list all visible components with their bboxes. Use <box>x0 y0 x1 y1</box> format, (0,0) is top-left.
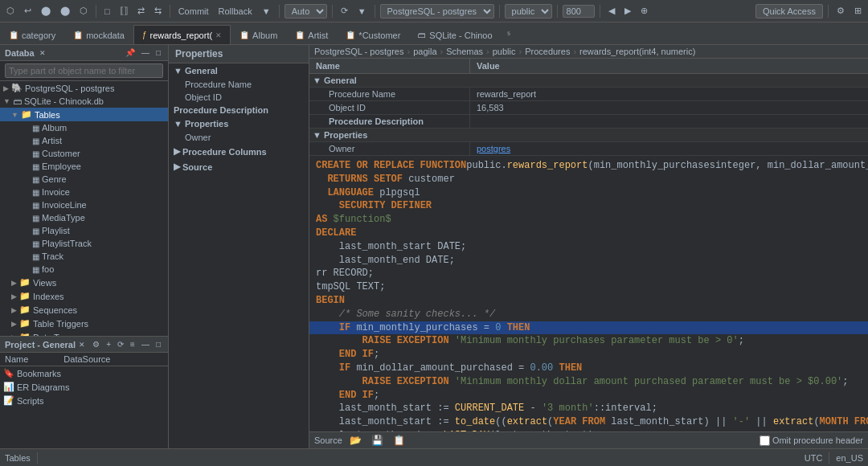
prop-row-procedure-name[interactable]: Procedure Name <box>169 78 309 91</box>
project-panel-btn-max[interactable]: □ <box>154 339 163 350</box>
tree-item-foo[interactable]: ▦ foo <box>0 263 168 276</box>
toolbar-btn-14[interactable]: ▶ <box>621 4 634 18</box>
project-item-bookmarks[interactable]: 🔖 Bookmarks <box>0 366 168 380</box>
tab-customer[interactable]: 📋 *Customer <box>337 25 409 44</box>
source-btn-copy[interactable]: 📋 <box>391 434 407 447</box>
db-filter-input[interactable] <box>5 63 163 78</box>
tree-item-table-triggers[interactable]: ▶ 📁 Table Triggers <box>0 317 168 330</box>
source-btn-save[interactable]: 💾 <box>369 434 386 447</box>
properties-section-label: Properties <box>185 119 228 129</box>
breadcrumb-schemas: Schemas <box>446 47 483 56</box>
props-row-proc-desc[interactable]: Procedure Description <box>309 115 868 129</box>
tree-item-tables[interactable]: ▼ 📁 Tables <box>0 108 168 121</box>
tab-album[interactable]: 📋 Album <box>231 25 286 44</box>
project-panel-btn-add[interactable]: + <box>104 339 113 350</box>
toolbar-btn-5[interactable]: ⬡ <box>76 4 91 18</box>
toolbar-btn-13[interactable]: ◀ <box>605 4 618 18</box>
toolbar-btn-2[interactable]: ↩ <box>21 4 35 18</box>
tree-item-customer[interactable]: ▦ Customer <box>0 147 168 160</box>
scripts-label: Scripts <box>17 396 44 406</box>
db-panel-btn-max[interactable]: □ <box>154 47 163 58</box>
prop-section-proc-columns[interactable]: ▶ Procedure Columns <box>169 144 309 159</box>
prop-row-procedure-desc[interactable]: Procedure Description <box>169 104 309 117</box>
project-panel-btn-min[interactable]: — <box>139 339 152 350</box>
props-row-owner[interactable]: Owner postgres <box>309 142 868 156</box>
owner-link[interactable]: postgres <box>477 144 510 153</box>
source-btn-open[interactable]: 📂 <box>347 434 364 447</box>
props-val-owner: postgres <box>470 142 868 155</box>
props-properties-section[interactable]: ▼ Properties <box>309 129 868 142</box>
project-panel-btn-settings[interactable]: ≡ <box>128 339 137 350</box>
tab-category[interactable]: 📋 category <box>0 25 64 44</box>
props-row-proc-name[interactable]: Procedure Name rewards_report <box>309 88 868 101</box>
zoom-input[interactable] <box>563 5 595 18</box>
tree-item-views[interactable]: ▶ 📁 Views <box>0 276 168 289</box>
omit-checkbox[interactable] <box>760 435 770 446</box>
tree-item-album[interactable]: ▦ Album <box>0 121 168 134</box>
toolbar-btn-11[interactable]: ⟳ <box>338 4 351 18</box>
tree-item-artist[interactable]: ▦ Artist <box>0 134 168 147</box>
toolbar-btn-16[interactable]: ⚙ <box>833 4 848 18</box>
tab-more[interactable]: ⁵ <box>502 25 516 44</box>
bc-sep-3: › <box>486 47 489 56</box>
toolbar-btn-9[interactable]: ⇆ <box>151 4 165 18</box>
tree-item-postgres[interactable]: ▶ 🐘 PostgreSQL - postgres <box>0 81 168 95</box>
quick-access-button[interactable]: Quick Access <box>755 4 823 18</box>
tree-item-playlist[interactable]: ▦ Playlist <box>0 224 168 237</box>
tree-item-invoice[interactable]: ▦ Invoice <box>0 186 168 198</box>
project-panel-btn-gear[interactable]: ⚙ <box>90 339 102 350</box>
toolbar-btn-12[interactable]: ▼ <box>354 5 370 18</box>
toolbar-btn-15[interactable]: ⊕ <box>637 4 651 18</box>
code-editor[interactable]: CREATE OR REPLACE FUNCTION public.reward… <box>309 156 868 431</box>
prop-section-source[interactable]: ▶ Source <box>169 159 309 174</box>
tree-item-indexes[interactable]: ▶ 📁 Indexes <box>0 289 168 303</box>
commit-button[interactable]: Commit <box>175 5 212 18</box>
toolbar-btn-4[interactable]: ⬤ <box>57 4 73 18</box>
rewards-tab-close[interactable]: ✕ <box>215 31 222 39</box>
project-item-er-diagrams[interactable]: 📊 ER Diagrams <box>0 380 168 394</box>
tab-rewards-report[interactable]: ƒ rewards_report( ✕ <box>133 25 231 44</box>
left-sidebar: Databa ✕ 📌 — □ ▶ 🐘 <box>0 45 169 448</box>
props-general-section[interactable]: ▼ General <box>309 74 868 88</box>
rollback-button[interactable]: Rollback <box>215 5 256 18</box>
tree-item-playlisttrack[interactable]: ▦ PlaylistTrack <box>0 237 168 250</box>
toolbar-btn-7[interactable]: ⟦⟧ <box>117 4 131 18</box>
proc-cols-arrow-icon: ▶ <box>174 146 180 157</box>
indexes-label: Indexes <box>33 292 64 301</box>
tree-item-track[interactable]: ▦ Track <box>0 250 168 263</box>
tab-sqlite-chinoo[interactable]: 🗃 SQLite - Chinoo <box>409 25 501 44</box>
db-panel-btn-pin[interactable]: 📌 <box>123 47 137 58</box>
tree-item-data-types[interactable]: ▶ 📁 Data Types <box>0 330 168 336</box>
tree-item-genre[interactable]: ▦ Genre <box>0 173 168 186</box>
project-panel-btn-refresh[interactable]: ⟳ <box>115 339 126 350</box>
omit-procedure-header-check[interactable]: Omit procedure header <box>760 435 863 446</box>
prop-row-owner[interactable]: Owner <box>169 131 309 144</box>
db-dropdown[interactable]: PostgreSQL - postgres <box>380 4 494 18</box>
toolbar-btn-1[interactable]: ⬡ <box>3 4 18 18</box>
db-panel-btn-min[interactable]: — <box>139 47 152 58</box>
prop-row-object-id[interactable]: Object ID <box>169 91 309 104</box>
prop-section-properties[interactable]: ▼ Properties <box>169 117 309 131</box>
mediatype-table-icon: ▦ <box>32 214 39 223</box>
auto-dropdown[interactable]: Auto <box>285 4 327 18</box>
props-row-object-id[interactable]: Object ID 16,583 <box>309 101 868 115</box>
project-item-scripts[interactable]: 📝 Scripts <box>0 394 168 407</box>
omit-label[interactable]: Omit procedure header <box>772 435 863 445</box>
sequences-folder-icon: 📁 <box>19 305 31 315</box>
prop-section-general[interactable]: ▼ General <box>169 63 309 78</box>
tree-item-invoiceline[interactable]: ▦ InvoiceLine <box>0 198 168 211</box>
tree-item-sequences[interactable]: ▶ 📁 Sequences <box>0 303 168 317</box>
properties-panel: Properties ▼ General Procedure Name Obje… <box>169 45 309 448</box>
tree-item-chinook[interactable]: ▼ 🗃 SQLite - Chinook.db <box>0 95 168 108</box>
tree-item-employee[interactable]: ▦ Employee <box>0 160 168 173</box>
code-line-22: last_month_start := to_date((extract(YEA… <box>309 415 868 429</box>
toolbar-btn-10[interactable]: ▼ <box>259 5 274 18</box>
toolbar-btn-6[interactable]: □ <box>101 5 113 18</box>
schema-dropdown[interactable]: public <box>505 4 552 18</box>
toolbar-btn-8[interactable]: ⇄ <box>134 4 148 18</box>
toolbar-btn-17[interactable]: ⊞ <box>851 4 865 18</box>
tab-artist[interactable]: 📋 Artist <box>286 25 337 44</box>
tree-item-mediatype[interactable]: ▦ MediaType <box>0 211 168 224</box>
toolbar-btn-3[interactable]: ⬤ <box>38 4 54 18</box>
tab-mockdata[interactable]: 📋 mockdata <box>64 25 133 44</box>
